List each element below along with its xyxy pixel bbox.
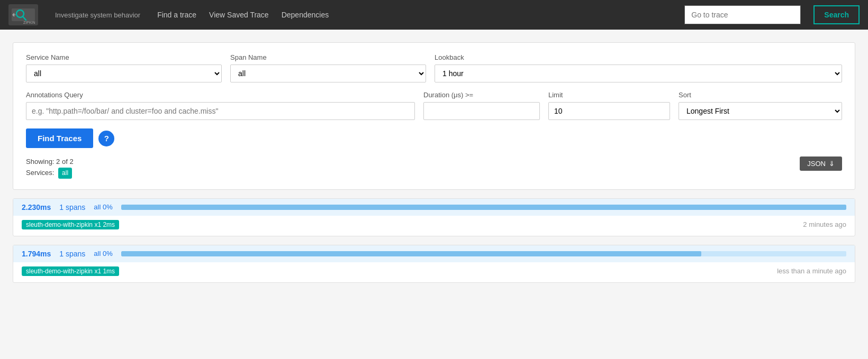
trace-duration: 2.230ms [22,203,51,211]
zipkin-logo: ZIPKIN [8,4,38,25]
limit-group: Limit [548,91,670,120]
services-badge[interactable]: all [58,168,72,179]
limit-input[interactable] [548,102,670,120]
trace-bar [121,205,846,210]
trace-bar-container [121,251,846,256]
trace-header: 2.230ms 1 spans all 0% [13,199,855,216]
trace-percent: all 0% [94,250,112,257]
service-name-select[interactable]: all [26,65,222,82]
services-row: Services: all [26,168,74,179]
nav-find-trace[interactable]: Find a trace [157,8,196,21]
trace-list: 2.230ms 1 spans all 0% sleuth-demo-with-… [13,198,855,283]
json-download-button[interactable]: JSON ⇓ [800,157,842,171]
sort-select[interactable]: Longest First Shortest First Newest Firs… [679,102,842,120]
trace-body: sleuth-demo-with-zipkin x1 2ms 2 minutes… [13,216,855,236]
trace-bar-container [121,205,846,210]
json-label: JSON [807,160,826,168]
trace-body: sleuth-demo-with-zipkin x1 1ms less than… [13,262,855,282]
nav-dependencies[interactable]: Dependencies [282,8,329,21]
trace-spans: 1 spans [59,203,85,211]
nav-view-saved-trace[interactable]: View Saved Trace [209,8,269,21]
svg-text:ZIPKIN: ZIPKIN [23,21,35,24]
main-content: Service Name all Span Name all Lookback … [0,30,868,283]
trace-time: 2 minutes ago [803,220,846,228]
lookback-group: Lookback 1 hour 2 hours 6 hours 12 hours… [435,53,842,82]
trace-tag: sleuth-demo-with-zipkin x1 2ms [22,220,119,229]
form-row-2: Annotations Query Duration (μs) >= Limit… [26,91,842,120]
annotations-input[interactable] [26,102,415,120]
annotations-label: Annotations Query [26,91,415,99]
sort-group: Sort Longest First Shortest First Newest… [679,91,842,120]
navbar-search-button[interactable]: Search [813,5,860,24]
trace-tag: sleuth-demo-with-zipkin x1 1ms [22,266,119,276]
duration-input[interactable] [423,102,540,120]
trace-item[interactable]: 1.794ms 1 spans all 0% sleuth-demo-with-… [13,245,855,283]
lookback-select[interactable]: 1 hour 2 hours 6 hours 12 hours 1 day [435,65,842,82]
find-traces-button[interactable]: Find Traces [26,128,93,148]
trace-time: less than a minute ago [777,267,846,275]
button-row: Find Traces ? [26,128,842,148]
search-panel: Service Name all Span Name all Lookback … [13,42,855,190]
duration-group: Duration (μs) >= [423,91,540,120]
services-label: Services: [26,169,54,177]
limit-label: Limit [548,91,670,99]
duration-label: Duration (μs) >= [423,91,540,99]
form-row-1: Service Name all Span Name all Lookback … [26,53,842,82]
trace-item[interactable]: 2.230ms 1 spans all 0% sleuth-demo-with-… [13,198,855,236]
span-name-group: Span Name all [230,53,426,82]
trace-spans: 1 spans [59,250,85,258]
navbar: ZIPKIN Investigate system behavior Find … [0,0,868,30]
trace-bar [121,251,701,256]
trace-percent: all 0% [94,203,112,211]
sort-label: Sort [679,91,842,99]
showing-count: Showing: 2 of 2 [26,157,74,168]
trace-duration: 1.794ms [22,250,51,258]
lookback-label: Lookback [435,53,842,61]
results-info: Showing: 2 of 2 Services: all [26,157,74,179]
service-name-label: Service Name [26,53,222,61]
trace-header: 1.794ms 1 spans all 0% [13,245,855,262]
span-name-select[interactable]: all [230,65,426,82]
goto-trace-input[interactable] [684,5,801,24]
span-name-label: Span Name [230,53,426,61]
service-name-group: Service Name all [26,53,222,82]
help-button[interactable]: ? [98,131,114,146]
navbar-tagline: Investigate system behavior [55,11,140,19]
annotations-group: Annotations Query [26,91,415,120]
download-icon: ⇓ [829,160,835,168]
